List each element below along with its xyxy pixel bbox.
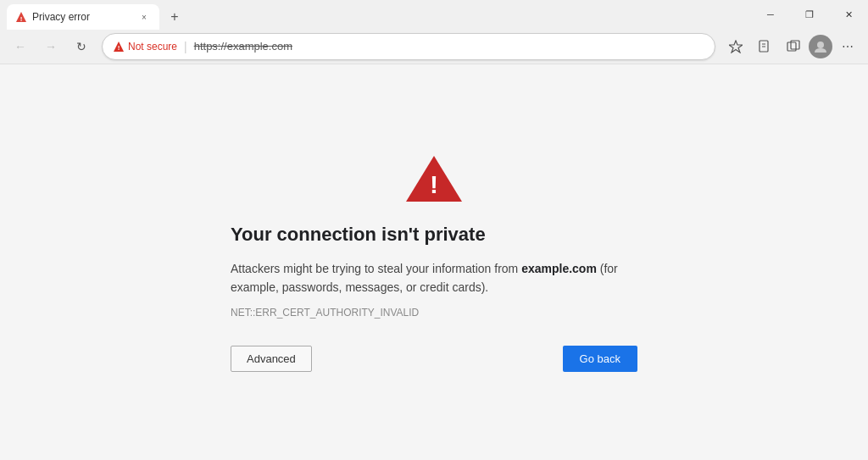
page-content: ! Your connection isn't private Attacker… bbox=[0, 64, 868, 460]
address-separator: | bbox=[184, 40, 187, 53]
new-tab-button[interactable]: + bbox=[163, 5, 186, 29]
collections-icon bbox=[787, 40, 800, 53]
error-icon-wrapper: ! bbox=[231, 152, 637, 203]
error-domain: example.com bbox=[521, 262, 597, 275]
tab-label: Privacy error bbox=[32, 11, 132, 23]
close-button[interactable]: ✕ bbox=[829, 0, 868, 29]
svg-marker-4 bbox=[729, 41, 743, 53]
titlebar: ! Privacy error × + ─ ❐ ✕ bbox=[0, 0, 868, 29]
error-title: Your connection isn't private bbox=[231, 224, 486, 246]
svg-text:!: ! bbox=[430, 170, 438, 198]
active-tab[interactable]: ! Privacy error × bbox=[7, 4, 159, 30]
advanced-button[interactable]: Advanced bbox=[231, 346, 312, 372]
favorites-button[interactable] bbox=[722, 33, 749, 60]
svg-text:!: ! bbox=[20, 15, 23, 23]
minimize-button[interactable]: ─ bbox=[751, 0, 790, 29]
forward-button[interactable]: → bbox=[37, 33, 64, 60]
security-indicator: ! Not secure bbox=[113, 41, 177, 53]
back-button[interactable]: ← bbox=[7, 33, 34, 60]
tab-close-button[interactable]: × bbox=[137, 10, 151, 24]
address-url: https://example.com bbox=[194, 40, 292, 53]
toolbar-icons: ⋯ bbox=[722, 33, 861, 60]
star-icon bbox=[729, 40, 743, 53]
error-description: Attackers might be trying to steal your … bbox=[231, 259, 637, 297]
error-buttons: Advanced Go back bbox=[231, 346, 637, 372]
error-container: ! Your connection isn't private Attacker… bbox=[214, 136, 654, 390]
menu-button[interactable]: ⋯ bbox=[834, 33, 861, 60]
address-bar[interactable]: ! Not secure | https://example.com bbox=[102, 33, 715, 60]
book-icon bbox=[758, 40, 771, 53]
svg-text:!: ! bbox=[118, 44, 120, 52]
svg-point-10 bbox=[817, 42, 824, 48]
error-description-part1: Attackers might be trying to steal your … bbox=[231, 262, 521, 275]
warning-icon: ! bbox=[113, 41, 125, 53]
go-back-button[interactable]: Go back bbox=[563, 346, 637, 372]
window-controls: ─ ❐ ✕ bbox=[751, 0, 868, 29]
profile-icon bbox=[813, 39, 828, 54]
security-label: Not secure bbox=[128, 41, 177, 53]
maximize-button[interactable]: ❐ bbox=[790, 0, 829, 29]
refresh-button[interactable]: ↻ bbox=[68, 33, 95, 60]
browser-toolbar: ← → ↻ ! Not secure | https://example.com bbox=[0, 29, 868, 64]
tab-favicon: ! bbox=[15, 11, 27, 23]
collections-button[interactable] bbox=[780, 33, 807, 60]
profile-button[interactable] bbox=[809, 35, 832, 58]
reading-list-button[interactable] bbox=[751, 33, 778, 60]
error-code: NET::ERR_CERT_AUTHORITY_INVALID bbox=[231, 307, 419, 319]
error-triangle-icon: ! bbox=[404, 152, 464, 203]
tab-area: ! Privacy error × + bbox=[7, 0, 186, 29]
